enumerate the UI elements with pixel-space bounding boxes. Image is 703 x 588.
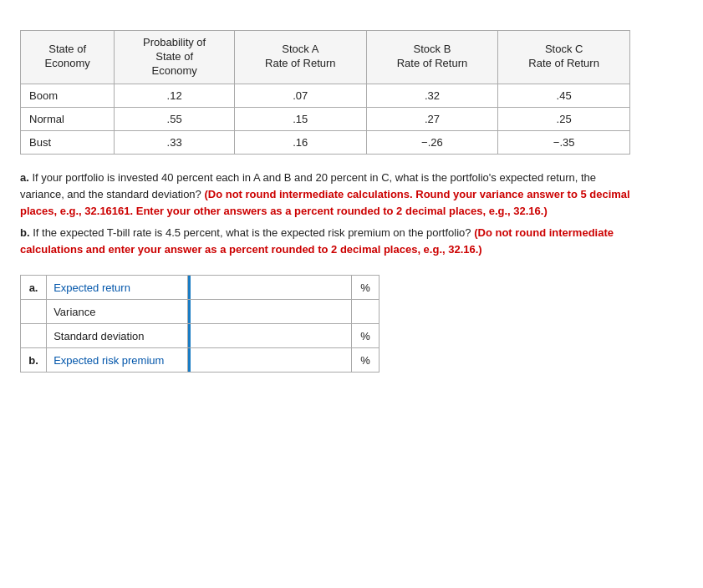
cell-stockA: .15 [234,107,366,130]
answer-row: Standard deviation% [21,324,380,348]
answer-input-cell[interactable] [188,300,352,324]
q-a-prefix: a. [20,171,29,184]
answer-row: b.Expected risk premium% [21,348,380,373]
cell-stockC: .25 [498,107,630,130]
answer-unit: % [352,324,380,348]
table-row: Bust .33 .16 −.26 −.35 [21,130,630,154]
answer-field-label: Expected return [47,276,188,300]
answer-row-label [21,300,47,324]
answer-row: Variance [21,300,380,324]
cell-stockA: .16 [234,130,366,154]
answer-input[interactable] [188,324,351,347]
answer-unit: % [352,276,380,300]
answer-row-label [21,324,47,348]
col-header-probability: Probability ofState ofEconomy [115,31,235,84]
question-b: b. If the expected T-bill rate is 4.5 pe… [20,225,630,258]
cell-prob: .33 [115,130,235,154]
cell-state: Boom [21,84,115,107]
q-b-main: If the expected T-bill rate is 4.5 perce… [33,226,474,239]
cell-state: Normal [21,107,115,130]
cell-stockA: .07 [234,84,366,107]
answer-table: a.Expected return%VarianceStandard devia… [20,275,380,373]
answer-field-label: Standard deviation [47,324,188,348]
cell-prob: .12 [115,84,235,107]
answer-input-cell[interactable] [188,348,352,373]
answer-input-cell[interactable] [188,324,352,348]
cell-stockB: .27 [366,107,498,130]
cell-stockB: −.26 [366,130,498,154]
question-a: a. If your portfolio is invested 40 perc… [20,170,630,220]
cell-stockB: .32 [366,84,498,107]
table-row: Boom .12 .07 .32 .45 [21,84,630,107]
answer-input[interactable] [188,300,351,323]
col-header-state: State ofEconomy [21,31,115,84]
col-header-stockA: Stock ARate of Return [234,31,366,84]
table-row: Normal .55 .15 .27 .25 [21,107,630,130]
answer-field-label: Variance [47,300,188,324]
answer-unit: % [352,348,380,373]
answer-row-label: b. [21,348,47,373]
col-header-stockC: Stock CRate of Return [498,31,630,84]
cell-stockC: −.35 [498,130,630,154]
answer-row: a.Expected return% [21,276,380,300]
answer-unit [352,300,380,324]
data-table: State ofEconomy Probability ofState ofEc… [20,30,630,155]
answer-input-cell[interactable] [188,276,352,300]
q-b-prefix: b. [20,226,30,239]
answer-input[interactable] [188,348,351,372]
answer-row-label: a. [21,276,47,300]
cell-prob: .55 [115,107,235,130]
col-header-stockB: Stock BRate of Return [366,31,498,84]
cell-state: Bust [21,130,115,154]
questions-section: a. If your portfolio is invested 40 perc… [20,170,630,259]
cell-stockC: .45 [498,84,630,107]
answer-field-label: Expected risk premium [47,348,188,373]
answer-input[interactable] [188,276,351,299]
answer-section: a.Expected return%VarianceStandard devia… [20,275,380,373]
